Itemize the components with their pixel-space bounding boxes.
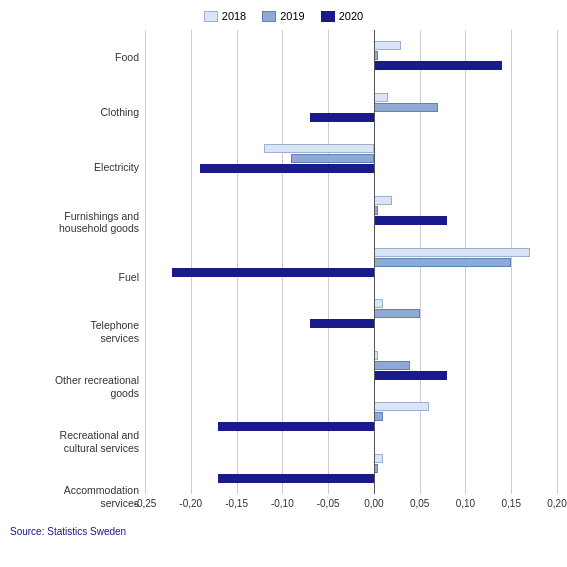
x-axis-label-1: -0,20 <box>179 498 202 509</box>
bar-wrapper-0-2 <box>145 61 557 70</box>
y-label-5: Telephoneservices <box>10 304 145 359</box>
bar-wrapper-0-1 <box>145 51 557 60</box>
bar-wrapper-7-2 <box>145 422 557 431</box>
legend-label-2018: 2018 <box>222 10 246 22</box>
grid-line-9 <box>557 30 558 494</box>
bar-3-0 <box>374 196 392 205</box>
legend-box-2019 <box>262 11 276 22</box>
y-label-4: Fuel <box>10 250 145 305</box>
bars-section: -0,25-0,20-0,15-0,10-0,050,000,050,100,1… <box>145 30 557 524</box>
x-axis-label-2: -0,15 <box>225 498 248 509</box>
bar-row-0 <box>145 30 557 82</box>
bar-row-3 <box>145 185 557 237</box>
bar-6-2 <box>374 371 447 380</box>
bar-wrapper-6-2 <box>145 371 557 380</box>
bar-0-2 <box>374 61 502 70</box>
legend-box-2018 <box>204 11 218 22</box>
bar-8-0 <box>374 454 383 463</box>
x-axis-label-6: 0,05 <box>410 498 429 509</box>
bar-5-0 <box>374 299 383 308</box>
legend-item-2019: 2019 <box>262 10 304 22</box>
x-axis-label-7: 0,10 <box>456 498 475 509</box>
bar-row-7 <box>145 391 557 443</box>
bar-row-8 <box>145 443 557 495</box>
bar-1-0 <box>374 93 388 102</box>
y-labels: FoodClothingElectricityFurnishings andho… <box>10 30 145 524</box>
y-label-2: Electricity <box>10 140 145 195</box>
x-axis-label-5: 0,00 <box>364 498 383 509</box>
y-label-6: Other recreationalgoods <box>10 359 145 414</box>
y-label-3: Furnishings andhousehold goods <box>10 195 145 250</box>
bar-wrapper-4-0 <box>145 248 557 257</box>
bar-5-1 <box>374 309 420 318</box>
bar-wrapper-2-1 <box>145 154 557 163</box>
x-axis-label-9: 0,20 <box>547 498 566 509</box>
x-axis-label-4: -0,05 <box>317 498 340 509</box>
bar-wrapper-4-2 <box>145 268 557 277</box>
bar-2-2 <box>200 164 374 173</box>
bar-row-5 <box>145 288 557 340</box>
chart-area: FoodClothingElectricityFurnishings andho… <box>10 30 557 524</box>
legend-item-2018: 2018 <box>204 10 246 22</box>
bar-wrapper-2-2 <box>145 164 557 173</box>
x-axis: -0,25-0,20-0,15-0,10-0,050,000,050,100,1… <box>145 494 557 524</box>
bar-8-1 <box>374 464 379 473</box>
legend-label-2019: 2019 <box>280 10 304 22</box>
bar-wrapper-5-1 <box>145 309 557 318</box>
bar-wrapper-7-0 <box>145 402 557 411</box>
bar-wrapper-8-2 <box>145 474 557 483</box>
bar-5-2 <box>310 319 374 328</box>
bar-7-0 <box>374 402 429 411</box>
bar-wrapper-5-2 <box>145 319 557 328</box>
x-axis-labels: -0,25-0,20-0,15-0,10-0,050,000,050,100,1… <box>145 494 557 498</box>
bar-7-2 <box>218 422 374 431</box>
bar-wrapper-5-0 <box>145 299 557 308</box>
bar-wrapper-1-1 <box>145 103 557 112</box>
source-text: Source: Statistics Sweden <box>10 526 557 537</box>
bar-1-2 <box>310 113 374 122</box>
bar-wrapper-8-1 <box>145 464 557 473</box>
bar-wrapper-6-1 <box>145 361 557 370</box>
bar-row-2 <box>145 133 557 185</box>
x-axis-label-3: -0,10 <box>271 498 294 509</box>
bar-6-0 <box>374 351 379 360</box>
bar-0-0 <box>374 41 401 50</box>
bar-wrapper-8-0 <box>145 454 557 463</box>
bar-6-1 <box>374 361 411 370</box>
bar-wrapper-2-0 <box>145 144 557 153</box>
y-label-1: Clothing <box>10 85 145 140</box>
bar-2-0 <box>264 144 374 153</box>
y-label-7: Recreational andcultural services <box>10 414 145 469</box>
bar-4-0 <box>374 248 530 257</box>
x-axis-label-0: -0,25 <box>134 498 157 509</box>
bar-row-4 <box>145 236 557 288</box>
bar-wrapper-3-0 <box>145 196 557 205</box>
bar-wrapper-3-2 <box>145 216 557 225</box>
bar-wrapper-4-1 <box>145 258 557 267</box>
bar-wrapper-6-0 <box>145 351 557 360</box>
bar-2-1 <box>291 154 373 163</box>
y-label-0: Food <box>10 30 145 85</box>
bar-wrapper-0-0 <box>145 41 557 50</box>
legend: 2018 2019 2020 <box>10 10 557 22</box>
x-axis-label-8: 0,15 <box>501 498 520 509</box>
bar-4-2 <box>172 268 373 277</box>
bar-3-2 <box>374 216 447 225</box>
legend-label-2020: 2020 <box>339 10 363 22</box>
legend-box-2020 <box>321 11 335 22</box>
legend-item-2020: 2020 <box>321 10 363 22</box>
bar-8-2 <box>218 474 374 483</box>
bar-wrapper-1-0 <box>145 93 557 102</box>
bar-wrapper-3-1 <box>145 206 557 215</box>
bar-row-6 <box>145 339 557 391</box>
bar-wrapper-1-2 <box>145 113 557 122</box>
bar-row-1 <box>145 82 557 134</box>
bar-wrapper-7-1 <box>145 412 557 421</box>
bar-7-1 <box>374 412 383 421</box>
chart-container: 2018 2019 2020 FoodClothingElectricityFu… <box>0 0 567 567</box>
y-label-8: Accommodationservices <box>10 469 145 524</box>
bar-1-1 <box>374 103 438 112</box>
grid-and-bars <box>145 30 557 494</box>
bar-3-1 <box>374 206 379 215</box>
bar-rows <box>145 30 557 494</box>
